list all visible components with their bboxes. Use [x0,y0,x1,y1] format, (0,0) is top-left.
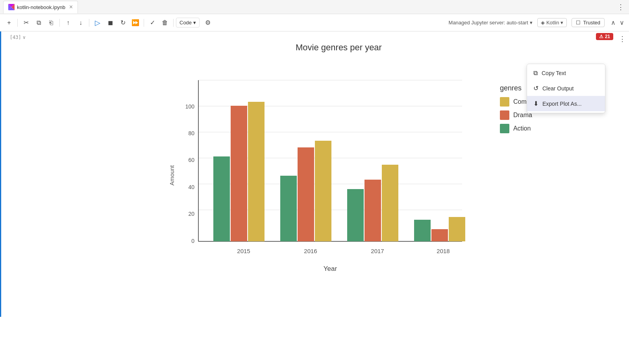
error-indicator: ⚠ 21 [596,33,613,40]
chart-container: Movie genres per year Amount [140,35,518,314]
chart-title: Movie genres per year [168,42,510,53]
nav-up-button[interactable]: ∧ [609,18,617,27]
legend-item-action: Action [500,124,537,133]
run-all-button[interactable]: ⏩ [130,17,141,29]
export-plot-label: Export Plot As... [542,101,582,107]
export-plot-icon: ⬇ [533,100,538,107]
settings-button[interactable]: ⚙ [202,17,214,29]
bar-2015-action [213,156,230,241]
cell-number-row: [43] ∨ [10,35,26,40]
divider-4 [144,19,144,27]
svg-text:0: 0 [191,238,194,244]
clear-output-menu-item[interactable]: ↺ Clear Output [527,81,605,96]
error-badge: ⚠ 21 [596,33,613,40]
copy-button[interactable]: ⧉ [33,17,44,29]
bar-2018-drama [431,229,448,241]
legend-color-drama [500,110,509,120]
bar-2015-comedy [248,102,265,241]
x-label-2015: 2015 [237,248,250,254]
trusted-button[interactable]: ☐ Trusted [572,18,605,27]
bar-2017-action [347,189,364,241]
toolbar: + ✂ ⧉ ⎗ ↑ ↓ ▷ ◼ ↻ ⏩ ✓ 🗑 Code ▾ ⚙ Managed… [0,14,629,31]
svg-text:40: 40 [188,184,194,190]
trusted-label: Trusted [583,20,600,26]
error-count: 21 [605,34,610,39]
toolbar-right: Managed Jupyter server: auto-start ▾ ◈ K… [449,18,626,27]
cell-type-arrow: ▾ [193,20,196,26]
bar-2017-drama [364,180,381,241]
chart-svg: 0 20 40 60 80 100 [179,61,474,289]
legend-label-action: Action [513,125,531,132]
clear-output-icon: ↺ [533,85,538,92]
cell-gutter: [43] ∨ [1,31,29,317]
copy-text-label: Copy Text [542,70,566,76]
divider-2 [59,19,60,27]
x-label-2018: 2018 [437,248,450,254]
cell-more-button[interactable]: ⋮ [619,35,626,43]
context-menu: ⧉ Copy Text ↺ Clear Output ⬇ Export Plot… [527,64,605,113]
svg-text:80: 80 [188,130,194,136]
copy-text-menu-item[interactable]: ⧉ Copy Text [527,66,605,81]
kotlin-icon [8,4,15,10]
bar-2018-action [414,220,431,241]
bar-2016-comedy [315,141,331,241]
move-up-button[interactable]: ↑ [62,17,74,29]
move-down-button[interactable]: ↓ [75,17,87,29]
nav-down-button[interactable]: ∨ [618,18,626,27]
server-label: Managed Jupyter server: auto-start [449,20,528,26]
divider-5 [173,19,174,27]
svg-text:60: 60 [188,157,194,163]
cell-type-label: Code [179,20,192,26]
cell-type-select[interactable]: Code ▾ [176,18,200,28]
tab-filename: kotlin-notebook.ipynb [17,4,65,10]
bar-2016-drama [298,147,314,241]
bar-2016-action [280,176,297,241]
chart-area: 0 20 40 60 80 100 [179,61,474,290]
tab-close-button[interactable]: × [69,4,73,11]
cell-number: [43] [10,35,21,40]
kernel-icon: ◈ [541,20,545,26]
cut-button[interactable]: ✂ [20,17,32,29]
run-cell-button[interactable]: ▷ [92,17,104,29]
legend-color-comedy [500,97,509,107]
stop-button[interactable]: ◼ [104,17,116,29]
copy-text-icon: ⧉ [533,70,538,77]
restart-button[interactable]: ↻ [117,17,129,29]
x-axis-title: Year [323,265,337,272]
kernel-arrow: ▾ [561,20,563,26]
x-label-2016: 2016 [304,248,317,254]
cell-collapse-icon[interactable]: ∨ [23,35,26,40]
export-plot-menu-item[interactable]: ⬇ Export Plot As... [527,96,605,111]
chart-with-legend: Amount [168,61,510,290]
server-arrow: ▾ [530,20,533,26]
kernel-info[interactable]: ◈ Kotlin ▾ [537,18,567,27]
kernel-label: Kotlin [546,20,559,26]
bar-2015-drama [231,106,247,241]
x-label-2017: 2017 [371,248,384,254]
delete-button[interactable]: 🗑 [159,17,171,29]
server-info[interactable]: Managed Jupyter server: auto-start ▾ [449,20,533,26]
add-cell-button[interactable]: + [3,17,15,29]
svg-text:100: 100 [185,103,194,110]
bar-2018-comedy [449,217,465,241]
bar-2017-comedy [382,165,398,241]
trusted-checkbox: ☐ [576,20,581,26]
active-tab[interactable]: kotlin-notebook.ipynb × [3,1,78,13]
svg-text:20: 20 [188,211,194,217]
legend-color-action [500,124,509,133]
tab-menu-button[interactable]: ⋮ [616,1,626,13]
error-icon: ⚠ [599,34,603,39]
y-axis-label: Amount [168,61,176,290]
divider-3 [89,19,89,27]
tab-bar: kotlin-notebook.ipynb × ⋮ [0,0,629,14]
divider-1 [17,19,18,27]
paste-button[interactable]: ⎗ [45,17,57,29]
validate-button[interactable]: ✓ [146,17,158,29]
nav-arrows: ∧ ∨ [609,18,626,27]
clear-output-label: Clear Output [542,85,574,92]
